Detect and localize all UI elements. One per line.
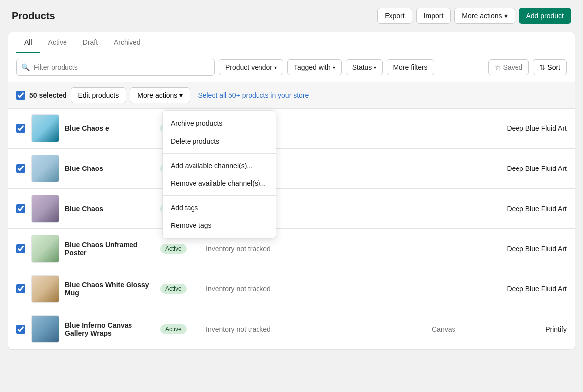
remove-tags-item[interactable]: Remove tags <box>163 217 276 234</box>
product-image <box>31 155 59 182</box>
chevron-down-icon: ▾ <box>504 12 508 20</box>
product-checkbox[interactable] <box>16 244 25 253</box>
product-vendor: Deep Blue Fluid Art <box>487 285 567 293</box>
chevron-down-icon: ▾ <box>374 65 376 70</box>
products-card: All Active Draft Archived 🔍 Product vend… <box>8 32 575 350</box>
product-inventory: Inventory not tracked <box>206 245 426 253</box>
product-checkbox[interactable] <box>16 284 25 293</box>
tabs-bar: All Active Draft Archived <box>8 32 575 53</box>
product-status: Active <box>160 324 200 334</box>
status-badge: Active <box>160 324 187 334</box>
delete-products-item[interactable]: Delete products <box>163 132 276 150</box>
add-tags-item[interactable]: Add tags <box>163 199 276 217</box>
product-name: Blue Chaos e <box>65 124 154 132</box>
status-badge: Active <box>160 244 187 254</box>
selected-count: 50 selected <box>29 91 67 99</box>
chevron-down-icon: ▾ <box>333 65 335 70</box>
product-image <box>31 275 59 303</box>
chevron-down-icon: ▾ <box>274 65 277 70</box>
product-name: Blue Chaos Unframed Poster <box>65 241 154 257</box>
more-actions-dropdown: Archive products Delete products Add ava… <box>162 110 276 239</box>
product-name: Blue Chaos <box>65 165 154 172</box>
product-checkbox[interactable] <box>16 124 25 133</box>
import-button[interactable]: Import <box>416 8 451 24</box>
dropdown-divider-2 <box>163 195 276 196</box>
product-checkbox[interactable] <box>16 164 25 173</box>
product-row[interactable]: Blue Chaos e Active Inventory not tracke… <box>8 109 575 149</box>
dropdown-divider-1 <box>163 153 276 154</box>
product-status: Active <box>160 284 200 294</box>
status-filter[interactable]: Status ▾ <box>346 59 383 75</box>
filters-row: 🔍 Product vendor ▾ Tagged with ▾ Status … <box>8 53 575 82</box>
header-more-actions-button[interactable]: More actions ▾ <box>454 8 515 24</box>
product-row[interactable]: Blue Chaos Active Inventory not tracked … <box>8 149 575 189</box>
tab-draft[interactable]: Draft <box>75 32 106 53</box>
search-icon: 🔍 <box>21 63 30 71</box>
product-inventory: Inventory not tracked <box>206 285 426 293</box>
tagged-with-filter[interactable]: Tagged with ▾ <box>287 59 342 75</box>
select-all-checkbox[interactable] <box>16 91 25 100</box>
product-vendor: Deep Blue Fluid Art <box>487 205 567 213</box>
bulk-more-actions-button[interactable]: More actions ▾ <box>130 87 190 103</box>
bulk-action-bar: 50 selected Edit products More actions ▾… <box>8 82 575 109</box>
search-input[interactable] <box>16 59 215 76</box>
chevron-down-icon: ▾ <box>179 91 183 99</box>
search-wrapper: 🔍 <box>16 59 215 76</box>
product-vendor: Deep Blue Fluid Art <box>487 245 567 253</box>
product-image <box>31 315 59 343</box>
export-button[interactable]: Export <box>377 8 412 24</box>
product-row[interactable]: Blue Chaos Unframed Poster Active Invent… <box>8 229 575 269</box>
product-type: Canvas <box>432 325 481 333</box>
saved-button[interactable]: ☆ Saved <box>488 59 529 75</box>
header-more-actions-label: More actions <box>462 12 502 20</box>
product-vendor-filter[interactable]: Product vendor ▾ <box>219 59 283 75</box>
product-row[interactable]: Blue Chaos White Glossy Mug Active Inven… <box>8 269 575 309</box>
product-vendor: Deep Blue Fluid Art <box>487 124 567 132</box>
sort-button[interactable]: ⇅ Sort <box>533 59 567 75</box>
product-checkbox[interactable] <box>16 325 25 334</box>
edit-products-button[interactable]: Edit products <box>71 87 127 103</box>
tab-archived[interactable]: Archived <box>106 32 148 53</box>
page-header: Products Export Import More actions ▾ Ad… <box>0 0 583 32</box>
star-icon: ☆ <box>495 63 501 71</box>
archive-products-item[interactable]: Archive products <box>163 114 276 132</box>
product-image <box>31 114 59 142</box>
product-image <box>31 195 59 223</box>
tab-active[interactable]: Active <box>40 32 75 53</box>
product-vendor: Printify <box>487 325 567 333</box>
more-filters-button[interactable]: More filters <box>387 59 434 75</box>
product-inventory: Inventory not tracked <box>206 325 426 333</box>
product-vendor: Deep Blue Fluid Art <box>487 165 567 172</box>
product-name: Blue Chaos White Glossy Mug <box>65 281 154 297</box>
add-channels-item[interactable]: Add available channel(s)... <box>163 157 276 174</box>
product-name: Blue Inferno Canvas Gallery Wraps <box>65 321 154 337</box>
page-title: Products <box>12 10 55 22</box>
product-status: Active <box>160 244 200 254</box>
sort-icon: ⇅ <box>539 63 545 71</box>
select-all-link[interactable]: Select all 50+ products in your store <box>198 91 309 99</box>
product-list: Blue Chaos e Active Inventory not tracke… <box>8 109 575 349</box>
product-row[interactable]: Blue Inferno Canvas Gallery Wraps Active… <box>8 309 575 349</box>
product-image <box>31 235 59 263</box>
product-row[interactable]: Blue Chaos Active Inventory not tracked … <box>8 189 575 229</box>
remove-channels-item[interactable]: Remove available channel(s)... <box>163 174 276 192</box>
add-product-button[interactable]: Add product <box>519 8 572 24</box>
product-name: Blue Chaos <box>65 205 154 213</box>
product-checkbox[interactable] <box>16 204 25 213</box>
status-badge: Active <box>160 284 187 294</box>
tab-all[interactable]: All <box>16 32 40 53</box>
header-actions: Export Import More actions ▾ Add product <box>377 8 571 24</box>
